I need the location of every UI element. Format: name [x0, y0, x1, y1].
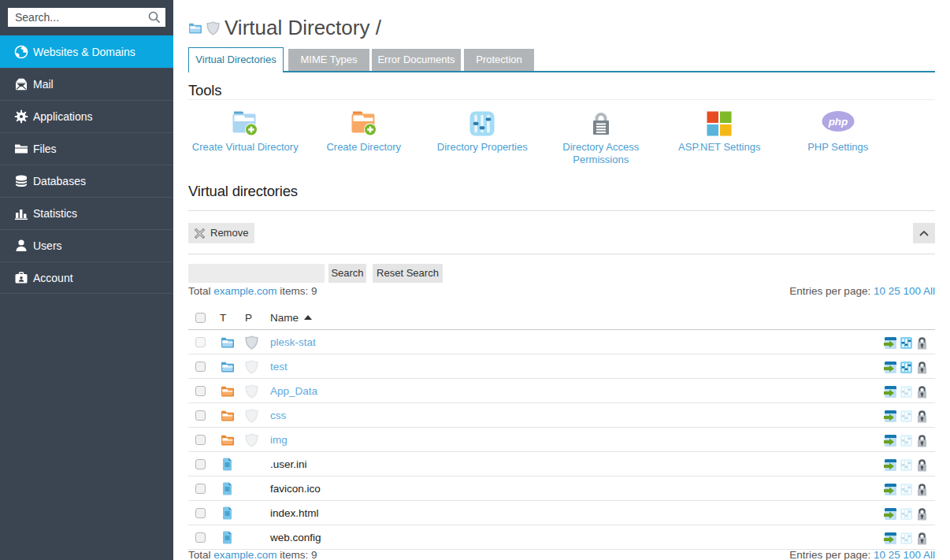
- svg-text:php: php: [827, 116, 848, 128]
